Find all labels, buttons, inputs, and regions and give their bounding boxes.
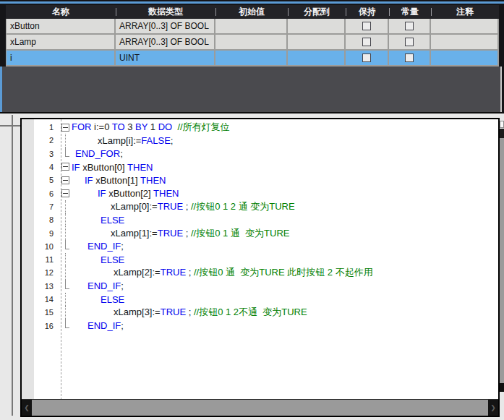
code-line[interactable]: 11ELSE xyxy=(22,253,492,266)
code-line[interactable]: 16END_IF; xyxy=(22,319,492,332)
cell-type[interactable]: UINT xyxy=(116,51,215,65)
code-text: IF xButton[1] THEN xyxy=(72,175,492,186)
code-line[interactable]: 7xLamp[0]:=TRUE ; //按钮0 1 2 通 变为TURE xyxy=(22,200,492,213)
line-number: 12 xyxy=(22,268,56,277)
code-text: IF xButton[2] THEN xyxy=(72,188,492,199)
code-line[interactable]: 2xLamp[i]:=FALSE; xyxy=(22,134,492,147)
code-line[interactable]: 8ELSE xyxy=(22,213,492,226)
line-number: 3 xyxy=(22,150,56,158)
code-line[interactable]: 12xLamp[2]:=TRUE ; //按钮0 通 变为TURE 此时按钮 2… xyxy=(22,266,492,279)
line-number: 4 xyxy=(22,163,56,171)
header-initial-value[interactable]: 初始值 xyxy=(215,5,288,19)
code-line[interactable]: 9xLamp[1]:=TRUE ; //按钮0 1 通 变为TURE xyxy=(22,226,492,239)
retain-checkbox[interactable] xyxy=(362,22,371,30)
retain-checkbox[interactable] xyxy=(362,38,371,46)
cell-comment[interactable] xyxy=(431,35,499,49)
code-text: xLamp[1]:=TRUE ; //按钮0 1 通 变为TURE xyxy=(72,227,492,240)
fold-collapse-box[interactable] xyxy=(56,187,72,200)
cell-assign[interactable] xyxy=(288,51,346,65)
header-constant[interactable]: 常量 xyxy=(389,5,431,19)
fold-collapse-box[interactable] xyxy=(56,160,72,173)
fold-guide-line xyxy=(56,319,72,332)
margin-line xyxy=(12,115,13,416)
fold-guide-line xyxy=(56,147,72,160)
collapse-minus-icon[interactable] xyxy=(61,189,69,197)
code-line[interactable]: 13END_IF; xyxy=(22,280,492,293)
code-line[interactable]: 10END_IF; xyxy=(22,240,492,253)
header-comment[interactable]: 注释 xyxy=(431,5,499,19)
fold-guide-line xyxy=(56,200,72,213)
table-row[interactable]: xButtonARRAY[0..3] OF BOOL xyxy=(6,19,499,35)
header-name[interactable]: 名称 xyxy=(6,5,116,19)
line-number: 9 xyxy=(22,229,56,238)
code-text: ELSE xyxy=(72,215,492,226)
retain-checkbox[interactable] xyxy=(362,53,371,62)
header-retain[interactable]: 保持 xyxy=(346,5,389,19)
margin-tick xyxy=(0,125,20,127)
code-text: END_IF; xyxy=(72,241,492,252)
collapse-minus-icon[interactable] xyxy=(61,163,69,171)
code-line[interactable]: 15xLamp[3]:=TRUE ; //按钮0 1 2不通 变为TURE xyxy=(22,306,492,319)
right-edge-strip xyxy=(500,67,502,112)
header-assigned-to[interactable]: 分配到 xyxy=(288,5,346,19)
constant-checkbox[interactable] xyxy=(405,53,414,62)
line-number: 14 xyxy=(22,295,56,304)
code-text: xLamp[2]:=TRUE ; //按钮0 通 变为TURE 此时按钮 2 不… xyxy=(72,266,492,279)
cell-retain xyxy=(346,19,389,33)
table-header-row: 名称 数据类型 初始值 分配到 保持 常量 注释 xyxy=(6,5,499,19)
scroll-up-button[interactable] xyxy=(500,121,504,128)
fold-guide-line xyxy=(56,240,72,253)
code-line[interactable]: 3END_FOR; xyxy=(22,147,492,160)
cell-name[interactable]: xButton xyxy=(6,19,116,33)
fold-guide-line xyxy=(56,253,72,266)
code-line[interactable]: 6IF xButton[2] THEN xyxy=(22,187,492,200)
table-row[interactable]: xLampARRAY[0..3] OF BOOL xyxy=(6,35,499,51)
code-line[interactable]: 5IF xButton[1] THEN xyxy=(22,173,492,187)
code-line[interactable]: 4IF xButton[0] THEN xyxy=(22,160,492,173)
cell-assign[interactable] xyxy=(288,19,346,33)
declaration-empty-area[interactable] xyxy=(2,67,500,112)
code-editor[interactable]: 1FOR i:=0 TO 3 BY 1 DO //所有灯复位2xLamp[i]:… xyxy=(20,118,500,417)
code-text: xLamp[0]:=TRUE ; //按钮0 1 2 通 变为TURE xyxy=(72,200,492,213)
fold-collapse-box[interactable] xyxy=(56,173,72,187)
horizontal-scrollbar-thumb[interactable] xyxy=(32,400,488,416)
cell-name[interactable]: xLamp xyxy=(6,35,116,49)
code-line[interactable]: 14ELSE xyxy=(22,293,492,306)
constant-checkbox[interactable] xyxy=(405,38,414,46)
cell-type[interactable]: ARRAY[0..3] OF BOOL xyxy=(116,19,215,33)
scroll-left-button[interactable]: ❮ xyxy=(22,400,32,416)
collapse-minus-icon[interactable] xyxy=(61,124,69,132)
code-text: END_FOR; xyxy=(72,148,492,159)
collapse-minus-icon[interactable] xyxy=(61,176,69,184)
code-line[interactable]: 1FOR i:=0 TO 3 BY 1 DO //所有灯复位 xyxy=(22,121,492,134)
vertical-scrollbar-track[interactable] xyxy=(500,138,504,383)
cell-init[interactable] xyxy=(215,35,288,49)
fold-guide-line xyxy=(56,226,72,239)
scroll-down-button[interactable] xyxy=(500,383,504,392)
constant-checkbox[interactable] xyxy=(405,22,414,30)
cell-assign[interactable] xyxy=(288,35,346,49)
cell-name[interactable]: i xyxy=(6,51,116,65)
line-number: 10 xyxy=(22,242,56,251)
fold-guide-line xyxy=(56,293,72,306)
code-text: END_IF; xyxy=(72,320,492,331)
scroll-right-button[interactable]: ❯ xyxy=(488,400,498,416)
table-body: xButtonARRAY[0..3] OF BOOLxLampARRAY[0..… xyxy=(6,19,499,67)
cell-type[interactable]: ARRAY[0..3] OF BOOL xyxy=(116,35,215,49)
vertical-scrollbar-thumb[interactable] xyxy=(500,129,504,138)
header-datatype[interactable]: 数据类型 xyxy=(116,5,215,19)
line-number: 1 xyxy=(22,123,56,132)
cell-init[interactable] xyxy=(215,19,288,33)
line-number: 11 xyxy=(22,255,56,264)
horizontal-scrollbar[interactable]: ❮ ❯ xyxy=(22,399,498,416)
line-number: 15 xyxy=(22,308,56,317)
cell-comment[interactable] xyxy=(431,51,499,65)
fold-collapse-box[interactable] xyxy=(56,121,72,134)
code-text: xLamp[i]:=FALSE; xyxy=(72,135,492,146)
variable-table: 名称 数据类型 初始值 分配到 保持 常量 注释 xButtonARRAY[0.… xyxy=(6,5,499,67)
code-text: IF xButton[0] THEN xyxy=(72,162,492,173)
table-row[interactable]: iUINT xyxy=(6,51,499,67)
cell-comment[interactable] xyxy=(431,19,499,33)
cell-init[interactable] xyxy=(215,51,288,65)
fold-guide-line xyxy=(56,280,72,293)
